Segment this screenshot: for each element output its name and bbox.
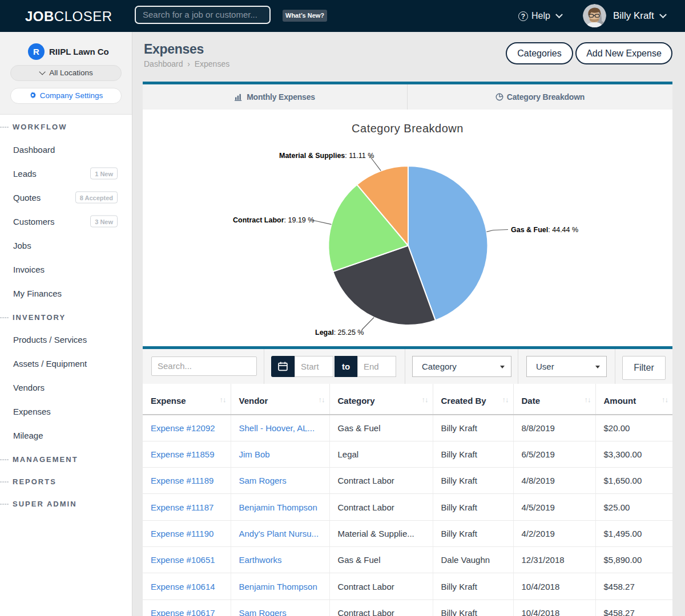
svg-text:Contract Labor: 19.19 %: Contract Labor: 19.19 % bbox=[233, 216, 314, 224]
svg-text:Legal: 25.25 %: Legal: 25.25 % bbox=[315, 329, 364, 337]
svg-text:Material & Supplies: 11.11 %: Material & Supplies: 11.11 % bbox=[279, 152, 374, 160]
svg-text:Gas & Fuel: 44.44 %: Gas & Fuel: 44.44 % bbox=[511, 226, 578, 234]
